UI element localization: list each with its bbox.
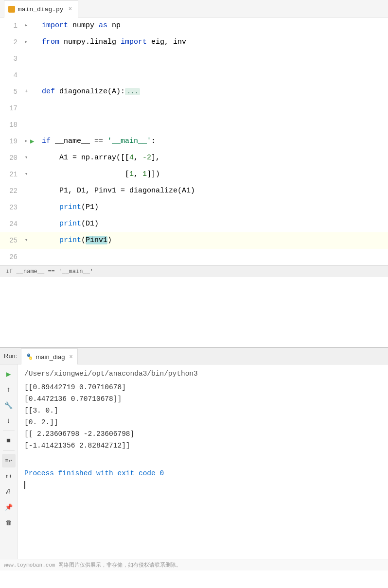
svg-point-0 [27, 354, 30, 357]
code-line: 18 [0, 117, 388, 133]
line-number: 17 [0, 100, 22, 117]
fold-icon[interactable]: ▾ [22, 170, 30, 179]
svg-point-3 [31, 358, 32, 359]
sort-button[interactable]: ⬆⬇ [2, 469, 16, 483]
line-number: 19 [0, 133, 22, 150]
code-text: def diagonalize(A):... [40, 86, 388, 98]
code-line: 21▾ [1, 1]]) [0, 166, 388, 183]
scroll-down-button[interactable]: ↓ [2, 414, 16, 428]
code-text: print(P1) [40, 202, 388, 213]
line-number: 23 [0, 199, 22, 216]
code-line: 20▾ A1 = np.array([[4, -2], [0, 150, 388, 166]
line-number: 22 [0, 183, 22, 199]
line-number: 25 [0, 232, 22, 249]
fold-icon[interactable]: + [22, 87, 30, 96]
print-button[interactable]: 🖨 [2, 485, 16, 499]
output-line: [0. 2.]] [24, 417, 381, 429]
toolbar-separator-1 [3, 431, 15, 431]
output-line: [[ 2.23606798 -2.23606798] [24, 429, 381, 440]
output-line: [[0.89442719 0.70710678] [24, 382, 381, 394]
code-line: 3 [0, 51, 388, 67]
tab-close-button[interactable]: × [69, 6, 72, 13]
run-panel: Run: main_diag × ▶ ↑ 🔧 ↓ ■ ≡↩ ⬆⬇ 🖨 [0, 348, 388, 559]
breadcrumb-text: if __name__ == '__main__' [6, 268, 93, 275]
line-number: 5 [0, 84, 22, 100]
run-label: Run: [4, 352, 17, 360]
fold-icon[interactable]: ▸ [22, 21, 30, 30]
code-line: 1▸import numpy as np [0, 17, 388, 34]
line-number: 3 [0, 51, 22, 67]
run-output: /Users/xiongwei/opt/anaconda3/bin/python… [18, 364, 388, 559]
run-tab-close[interactable]: × [69, 353, 72, 360]
stop-button[interactable]: ■ [2, 434, 16, 448]
tab-label: main_diag.py [18, 6, 64, 13]
svg-point-1 [29, 357, 32, 360]
line-number: 4 [0, 67, 22, 84]
code-line: 19▸▶if __name__ == '__main__': [0, 133, 388, 150]
code-line: 25▾ print(Pinv1) [0, 232, 388, 249]
svg-point-2 [29, 354, 30, 355]
run-content-area: ▶ ↑ 🔧 ↓ ■ ≡↩ ⬆⬇ 🖨 📌 🗑 /Users/xiongwei/op… [0, 364, 388, 559]
code-text: if __name__ == '__main__': [40, 136, 388, 147]
code-text: [1, 1]]) [40, 169, 388, 180]
run-tab-label: main_diag [35, 353, 65, 361]
output-line: Process finished with exit code 0 [24, 468, 381, 480]
fold-icon[interactable]: ▸ [22, 137, 30, 146]
scroll-up-button[interactable]: ↑ [2, 383, 16, 397]
code-line: 26 [0, 249, 388, 265]
line-number: 2 [0, 34, 22, 51]
code-line: 4 [0, 67, 388, 84]
code-line: 2▸from numpy.linalg import eig, inv [0, 34, 388, 51]
line-number: 26 [0, 249, 22, 265]
run-tab-bar: Run: main_diag × [0, 348, 388, 364]
settings-button[interactable]: 🔧 [2, 398, 16, 412]
line-number: 24 [0, 216, 22, 232]
editor-tab[interactable]: main_diag.py × [4, 0, 78, 17]
code-text: import numpy as np [40, 20, 388, 32]
editor-area: 1▸import numpy as np2▸from numpy.linalg … [0, 17, 388, 348]
code-line: 5+def diagonalize(A):... [0, 84, 388, 100]
run-gutter-icon[interactable]: ▶ [30, 136, 40, 147]
code-text: print(Pinv1) [40, 235, 388, 246]
code-line: 24 print(D1) [0, 216, 388, 232]
breadcrumb-bar: if __name__ == '__main__' [0, 265, 388, 277]
code-text: P1, D1, Pinv1 = diagonalize(A1) [40, 185, 388, 197]
code-text: A1 = np.array([[4, -2], [40, 152, 388, 164]
code-container: 1▸import numpy as np2▸from numpy.linalg … [0, 17, 388, 265]
output-line: [-1.41421356 2.82842712]] [24, 440, 381, 452]
code-line: 17 [0, 100, 388, 117]
terminal-cursor [24, 480, 381, 491]
line-number: 21 [0, 166, 22, 183]
python-icon [26, 353, 33, 360]
run-toolbar: ▶ ↑ 🔧 ↓ ■ ≡↩ ⬆⬇ 🖨 📌 🗑 [0, 364, 18, 559]
output-path: /Users/xiongwei/opt/anaconda3/bin/python… [24, 368, 381, 380]
code-line: 22 P1, D1, Pinv1 = diagonalize(A1) [0, 183, 388, 199]
pin-button[interactable]: 📌 [2, 501, 16, 514]
output-line: [0.4472136 0.70710678]] [24, 394, 381, 405]
fold-icon[interactable]: ▾ [22, 236, 30, 245]
toolbar-separator-2 [3, 450, 15, 451]
code-line: 23 print(P1) [0, 199, 388, 216]
line-number: 18 [0, 117, 22, 133]
tab-bar: main_diag.py × [0, 0, 388, 17]
code-text: print(D1) [40, 218, 388, 230]
fold-icon[interactable]: ▸ [22, 38, 30, 47]
delete-button[interactable]: 🗑 [2, 516, 16, 530]
file-icon [8, 6, 15, 13]
watermark-text: www.toymoban.com 网络图片仅供展示，非存储，如有侵权请联系删除。 [4, 562, 181, 568]
code-text: from numpy.linalg import eig, inv [40, 36, 388, 48]
run-button[interactable]: ▶ [2, 367, 16, 381]
line-number: 20 [0, 150, 22, 166]
watermark: www.toymoban.com 网络图片仅供展示，非存储，如有侵权请联系删除。 [0, 559, 388, 571]
run-tab[interactable]: main_diag × [21, 348, 78, 364]
output-line [24, 451, 381, 463]
wrap-button[interactable]: ≡↩ [2, 454, 16, 467]
output-line: [[3. 0.] [24, 405, 381, 417]
fold-icon[interactable]: ▾ [22, 154, 30, 162]
line-number: 1 [0, 17, 22, 34]
